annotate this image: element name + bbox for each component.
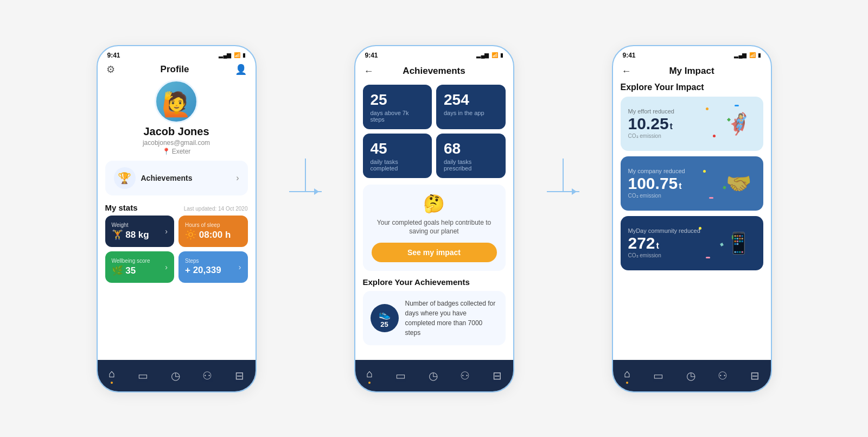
nav-people-1[interactable]: ⚇ bbox=[202, 369, 212, 382]
status-bar-1: 9:41 ▂▄▆ 📶 ▮ bbox=[98, 46, 256, 61]
impact-nav-header: ← My Impact bbox=[613, 61, 771, 79]
wifi-icon: 📶 bbox=[234, 52, 240, 58]
battery-icon: ▮ bbox=[242, 52, 246, 58]
impact-card-2-number: 272 bbox=[628, 235, 655, 251]
impact-card-2: MyDay community reduced 272 t CO₂ emissi… bbox=[621, 216, 763, 270]
settings-icon[interactable] bbox=[106, 64, 115, 75]
ach-stat-1-num: 254 bbox=[444, 91, 498, 109]
profile-content: 🙋 Jacob Jones jacobjones@gmail.com 📍 Exe… bbox=[98, 75, 256, 360]
bottom-nav-3: ⌂ ▭ ◷ ⚇ ⊟ bbox=[613, 360, 771, 391]
nav-journal-3[interactable]: ▭ bbox=[653, 369, 663, 382]
nav-book-1[interactable]: ⊟ bbox=[235, 369, 244, 382]
nav-home-2[interactable]: ⌂ bbox=[366, 368, 373, 384]
stats-grid: Weight 🏋 88 kg › Hours of sleep 🔆 08:00 … bbox=[98, 216, 256, 289]
ach-title: Achievements bbox=[377, 66, 492, 77]
stat-wellbeing-value: 🌿 35 bbox=[112, 265, 150, 276]
ach-stat-1-label: days in the app bbox=[444, 110, 498, 116]
nav-home-1[interactable]: ⌂ bbox=[108, 368, 115, 384]
nav-journal-1[interactable]: ▭ bbox=[138, 369, 148, 382]
goals-text: Your completed goals help contribute to … bbox=[372, 218, 497, 237]
ach-stat-3-label: daily tasks prescribed bbox=[444, 159, 498, 172]
nav-dot-1 bbox=[111, 382, 113, 384]
scene: 9:41 ▂▄▆ 📶 ▮ Profile 🙋 Jacob Jones jacob… bbox=[0, 0, 868, 437]
ach-content: 25 days above 7k steps 254 days in the a… bbox=[355, 79, 513, 360]
impact-card-2-unit: t bbox=[656, 241, 659, 251]
phone-achievements: 9:41 ▂▄▆ 📶 ▮ ← Achievements 25 days abov… bbox=[354, 45, 514, 392]
nav-book-2[interactable]: ⊟ bbox=[493, 369, 502, 382]
ach-nav-header: ← Achievements bbox=[355, 61, 513, 79]
impact-title: My Impact bbox=[635, 66, 749, 77]
battery-icon-2: ▮ bbox=[500, 52, 503, 58]
stat-wellbeing-chevron: › bbox=[165, 263, 168, 271]
bottom-nav-1: ⌂ ▭ ◷ ⚇ ⊟ bbox=[98, 360, 256, 391]
impact-card-0-subtitle: My effort reduced bbox=[628, 108, 756, 115]
nav-home-3[interactable]: ⌂ bbox=[624, 368, 630, 384]
achievements-row[interactable]: 🏆 Achievements › bbox=[105, 161, 248, 195]
user-icon[interactable] bbox=[235, 64, 247, 75]
avatar-container: 🙋 bbox=[98, 80, 256, 123]
status-icons-3: ▂▄▆ 📶 ▮ bbox=[734, 52, 761, 58]
nav-clock-3[interactable]: ◷ bbox=[686, 369, 695, 382]
stat-weight[interactable]: Weight 🏋 88 kg › bbox=[105, 216, 175, 247]
impact-card-1-co2: CO₂ emission bbox=[628, 193, 756, 199]
wifi-icon-2: 📶 bbox=[492, 52, 498, 58]
battery-icon-3: ▮ bbox=[758, 52, 761, 58]
ach-stat-2-num: 45 bbox=[371, 140, 425, 157]
badge-number: 25 bbox=[380, 320, 388, 328]
stats-title: My stats bbox=[105, 203, 138, 212]
trophy-icon: 🏆 bbox=[114, 167, 136, 189]
impact-card-0: My effort reduced 10.25 t CO₂ emission 🦸… bbox=[621, 97, 763, 151]
back-button-3[interactable]: ← bbox=[622, 66, 635, 77]
badge-card: 👟 25 Number of badges collected for days… bbox=[363, 291, 506, 345]
nav-book-3[interactable]: ⊟ bbox=[750, 369, 760, 382]
stat-sleep[interactable]: Hours of sleep 🔆 08:00 h bbox=[178, 216, 248, 247]
stat-steps[interactable]: Steps + 20,339 › bbox=[178, 251, 248, 283]
wifi-icon-3: 📶 bbox=[749, 52, 756, 58]
home-icon-1: ⌂ bbox=[108, 368, 115, 380]
home-icon-3: ⌂ bbox=[624, 368, 630, 380]
location-pin-icon: 📍 bbox=[162, 148, 170, 155]
impact-card-0-unit: t bbox=[670, 122, 673, 131]
ach-stat-2: 45 daily tasks completed bbox=[363, 134, 432, 178]
time-1: 9:41 bbox=[107, 52, 120, 59]
stat-wellbeing[interactable]: Wellbeing score 🌿 35 › bbox=[105, 251, 175, 283]
phone-profile: 9:41 ▂▄▆ 📶 ▮ Profile 🙋 Jacob Jones jacob… bbox=[97, 45, 257, 392]
impact-card-0-number: 10.25 bbox=[628, 116, 669, 132]
goals-emoji: 🤔 bbox=[423, 193, 445, 214]
explore-ach-title: Explore Your Achievements bbox=[355, 275, 513, 291]
ach-stat-0-num: 25 bbox=[371, 91, 425, 109]
ach-stat-0-label: days above 7k steps bbox=[371, 110, 425, 123]
achievements-label: Achievements bbox=[141, 174, 193, 182]
impact-card-1-subtitle: My company reduced bbox=[628, 168, 756, 174]
signal-icon-2: ▂▄▆ bbox=[476, 52, 489, 58]
signal-icon-3: ▂▄▆ bbox=[734, 52, 746, 58]
stat-weight-label: Weight bbox=[112, 222, 149, 228]
time-3: 9:41 bbox=[623, 52, 636, 59]
stats-header: My stats Last updated: 14 Oct 2020 bbox=[98, 201, 256, 216]
status-icons-1: ▂▄▆ 📶 ▮ bbox=[219, 52, 245, 58]
stat-sleep-label: Hours of sleep bbox=[185, 222, 231, 228]
bottom-nav-2: ⌂ ▭ ◷ ⚇ ⊟ bbox=[355, 360, 513, 391]
nav-people-3[interactable]: ⚇ bbox=[718, 369, 727, 382]
stat-weight-value: 🏋 88 kg bbox=[112, 229, 149, 240]
impact-card-2-subtitle: MyDay community reduced bbox=[628, 227, 756, 234]
status-bar-3: 9:41 ▂▄▆ 📶 ▮ bbox=[613, 46, 771, 61]
status-icons-2: ▂▄▆ 📶 ▮ bbox=[476, 52, 503, 58]
stat-steps-chevron: › bbox=[239, 263, 241, 271]
nav-clock-2[interactable]: ◷ bbox=[429, 369, 438, 382]
back-button-2[interactable]: ← bbox=[364, 66, 377, 77]
status-bar-2: 9:41 ▂▄▆ 📶 ▮ bbox=[355, 46, 513, 61]
avatar: 🙋 bbox=[155, 80, 198, 123]
ach-stat-3-num: 68 bbox=[444, 140, 498, 157]
user-name: Jacob Jones bbox=[98, 125, 256, 138]
nav-journal-2[interactable]: ▭ bbox=[395, 369, 406, 382]
see-impact-button[interactable]: See my impact bbox=[372, 243, 497, 262]
arrow-1 bbox=[289, 159, 322, 192]
goals-card: 🤔 Your completed goals help contribute t… bbox=[363, 185, 506, 271]
nav-clock-1[interactable]: ◷ bbox=[171, 369, 180, 382]
phone-impact: 9:41 ▂▄▆ 📶 ▮ ← My Impact Explore Your Im… bbox=[612, 45, 772, 392]
nav-people-2[interactable]: ⚇ bbox=[460, 369, 470, 382]
arrow-2 bbox=[547, 159, 579, 192]
home-icon-2: ⌂ bbox=[366, 368, 373, 380]
impact-card-1-unit: t bbox=[679, 181, 681, 191]
